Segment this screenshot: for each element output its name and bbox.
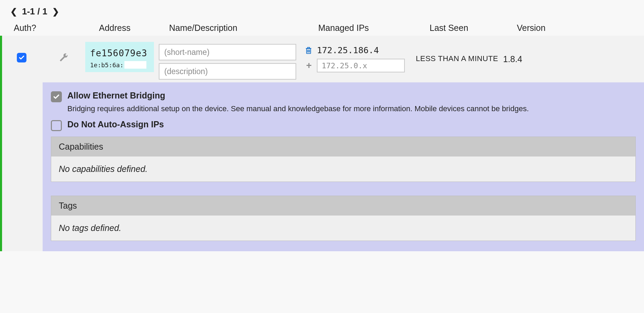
chevron-right-icon[interactable]: ❯ [52, 7, 59, 16]
allow-bridging-checkbox[interactable] [51, 91, 62, 102]
trash-icon[interactable] [304, 46, 313, 55]
address-cell: fe156079e3 1e:b5:6a: [85, 42, 154, 72]
col-name: Name/Description [169, 23, 317, 33]
node-mac-hidden [124, 61, 146, 69]
version: 1.8.4 [503, 42, 541, 64]
short-name-input[interactable] [159, 44, 296, 60]
table-row: fe156079e3 1e:b5:6a: 172.25.186.4 + LESS… [0, 36, 644, 251]
allow-bridging-label: Allow Ethernet Bridging [67, 91, 165, 101]
last-seen: LESS THAN A MINUTE [416, 42, 502, 63]
row-expansion: Allow Ethernet Bridging Bridging require… [43, 82, 644, 251]
chevron-left-icon[interactable]: ❮ [10, 7, 17, 16]
no-auto-assign-checkbox[interactable] [51, 120, 62, 131]
col-ips: Managed IPs [318, 23, 428, 33]
tags-empty: No tags defined. [51, 216, 635, 241]
pager: ❮ 1-1 / 1 ❯ [0, 0, 644, 21]
add-ip-input[interactable] [317, 59, 405, 72]
tags-title: Tags [51, 196, 635, 216]
svg-rect-5 [308, 47, 310, 48]
allow-bridging-help: Bridging requires additional setup on th… [67, 104, 636, 113]
wrench-icon[interactable] [58, 53, 68, 63]
col-auth: Auth? [14, 23, 55, 33]
capabilities-panel: Capabilities No capabilities defined. [51, 137, 636, 182]
tags-panel: Tags No tags defined. [51, 196, 636, 241]
col-version: Version [517, 23, 555, 33]
pager-range: 1-1 / 1 [22, 6, 47, 17]
col-seen: Last Seen [430, 23, 515, 33]
managed-ip: 172.25.186.4 [317, 45, 379, 55]
node-id: fe156079e3 [90, 48, 151, 58]
node-mac-prefix: 1e:b5:6a: [90, 61, 124, 69]
plus-icon[interactable]: + [304, 60, 313, 71]
auth-checkbox[interactable] [17, 53, 26, 62]
col-address: Address [99, 23, 168, 33]
table-headers: Auth? Address Name/Description Managed I… [0, 21, 644, 36]
capabilities-empty: No capabilities defined. [51, 156, 635, 182]
description-input[interactable] [159, 63, 296, 80]
capabilities-title: Capabilities [51, 137, 635, 156]
no-auto-assign-label: Do Not Auto-Assign IPs [67, 119, 164, 129]
